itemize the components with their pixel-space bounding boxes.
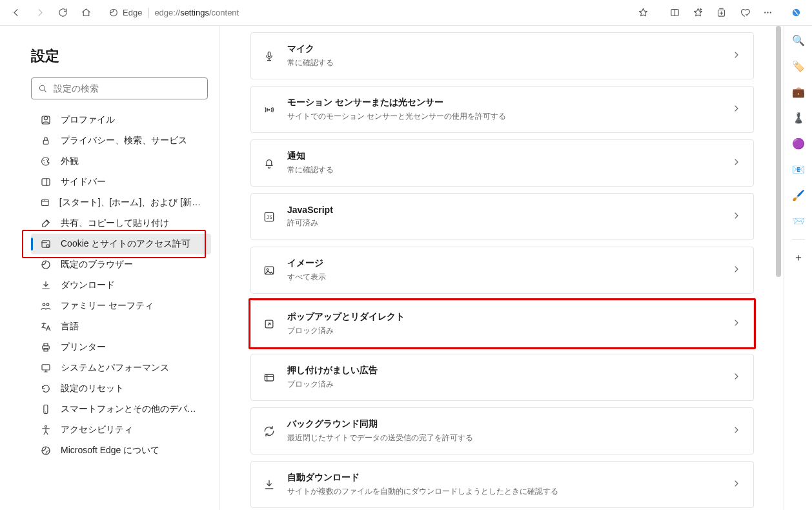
permission-title: JavaScript	[287, 205, 720, 215]
svg-rect-36	[265, 374, 273, 381]
more-button[interactable]	[756, 3, 778, 23]
printers-icon	[40, 342, 52, 353]
address-bar[interactable]: Edge edge://settings/content	[102, 3, 658, 23]
nav-label: 設定のリセット	[61, 383, 124, 394]
permission-desc: サイトでのモーション センサーと光センサーの使用を許可する	[287, 111, 720, 122]
svg-point-3	[764, 12, 766, 13]
sidebar-outlook-icon[interactable]: 📧	[789, 160, 807, 178]
permission-js[interactable]: JSJavaScript許可済み	[250, 193, 754, 240]
nav-item-printers[interactable]: プリンター	[31, 337, 211, 358]
favorites-button[interactable]	[687, 3, 709, 23]
svg-point-19	[43, 303, 45, 306]
nav-item-reset[interactable]: 設定のリセット	[31, 378, 211, 399]
sidebar-separator	[792, 239, 805, 240]
svg-rect-23	[44, 349, 48, 352]
permission-desc: 許可済み	[287, 218, 720, 229]
nav-item-privacy[interactable]: プライバシー、検索、サービス	[31, 130, 211, 151]
sidebar-search-icon[interactable]: 🔍	[789, 31, 807, 49]
svg-point-4	[767, 12, 768, 13]
sidebar-shopping-icon[interactable]: 🏷️	[789, 57, 807, 75]
nav-item-appearance[interactable]: 外観	[31, 151, 211, 172]
home-button[interactable]	[75, 3, 97, 23]
accessibility-icon	[40, 424, 52, 436]
permission-mic[interactable]: マイク常に確認する	[250, 32, 754, 79]
sync-icon	[263, 425, 276, 438]
chevron-right-icon	[731, 103, 742, 116]
permission-sensor[interactable]: モーション センサーまたは光センサーサイトでのモーション センサーと光センサーの…	[250, 86, 754, 133]
settings-search-input[interactable]	[31, 77, 208, 99]
bell-icon	[263, 157, 276, 170]
sidebar-tools-icon[interactable]: 💼	[789, 83, 807, 101]
nav-label: サイドバー	[61, 176, 106, 188]
svg-rect-10	[43, 140, 48, 144]
browser-essentials-button[interactable]	[733, 3, 755, 23]
svg-point-26	[45, 412, 46, 413]
popup-icon	[263, 318, 276, 331]
sidebar-m365-icon[interactable]: 🟣	[789, 134, 807, 152]
nav-item-about[interactable]: Microsoft Edge について	[31, 440, 211, 461]
nav-label: プリンター	[61, 342, 106, 353]
settings-page: 設定 プロファイルプライバシー、検索、サービス外観サイドバー[スタート]、[ホー…	[0, 26, 784, 510]
svg-point-7	[39, 85, 45, 90]
svg-point-5	[769, 12, 771, 13]
image-icon	[263, 264, 276, 277]
svg-rect-24	[42, 365, 50, 370]
nav-item-phone[interactable]: スマートフォンとその他のデバイス	[31, 399, 211, 420]
chevron-right-icon	[731, 371, 742, 383]
site-identity: Edge	[108, 8, 149, 18]
cookies-icon	[40, 238, 52, 250]
sidebar-drop-icon[interactable]: 📨	[789, 212, 807, 230]
settings-sidebar: 設定 プロファイルプライバシー、検索、サービス外観サイドバー[スタート]、[ホー…	[0, 26, 219, 510]
nav-item-accessibility[interactable]: アクセシビリティ	[31, 420, 211, 440]
chevron-right-icon	[731, 157, 742, 169]
edge-label: Edge	[123, 8, 142, 17]
phone-icon	[40, 403, 52, 415]
permission-title: イメージ	[287, 258, 720, 269]
permission-image[interactable]: イメージすべて表示	[250, 247, 754, 294]
profile-icon	[40, 114, 52, 126]
nav-label: 共有、コピーして貼り付け	[61, 218, 169, 229]
collections-button[interactable]	[710, 3, 732, 23]
permission-download[interactable]: 自動ダウンロードサイトが複数のファイルを自動的にダウンロードしようとしたときに確…	[250, 461, 754, 508]
nav-item-languages[interactable]: 言語	[31, 316, 211, 337]
svg-point-20	[46, 303, 49, 306]
languages-icon	[40, 321, 52, 332]
permission-title: 押し付けがましい広告	[287, 365, 720, 376]
nav-label: ファミリー セーフティ	[61, 300, 154, 312]
permission-ads[interactable]: 押し付けがましい広告ブロック済み	[250, 354, 754, 401]
nav-item-system[interactable]: システムとパフォーマンス	[31, 358, 211, 378]
chevron-right-icon	[731, 50, 742, 62]
sidebar-designer-icon[interactable]: 🖌️	[789, 186, 807, 204]
download-icon	[263, 478, 276, 491]
copilot-button[interactable]	[785, 3, 807, 23]
appearance-icon	[40, 156, 52, 167]
permission-popup[interactable]: ポップアップとリダイレクトブロック済み	[250, 300, 754, 347]
refresh-button[interactable]	[52, 3, 74, 23]
permission-bell[interactable]: 通知常に確認する	[250, 139, 754, 187]
nav-item-share[interactable]: 共有、コピーして貼り付け	[31, 213, 211, 234]
nav-item-family[interactable]: ファミリー セーフティ	[31, 296, 211, 316]
sidebar-games-icon[interactable]: ♟️	[789, 108, 807, 127]
share-icon	[40, 218, 52, 229]
nav-item-startup[interactable]: [スタート]、[ホーム]、および [新規] タブ	[31, 192, 211, 213]
edge-sidebar: 🔍 🏷️ 💼 ♟️ 🟣 📧 🖌️ 📨 ＋	[784, 26, 812, 510]
settings-nav: プロファイルプライバシー、検索、サービス外観サイドバー[スタート]、[ホーム]、…	[31, 110, 211, 461]
ads-icon	[263, 371, 276, 384]
privacy-icon	[40, 135, 52, 147]
nav-label: プライバシー、検索、サービス	[61, 135, 187, 147]
nav-item-profile[interactable]: プロファイル	[31, 110, 211, 130]
nav-item-cookies[interactable]: Cookie とサイトのアクセス許可	[31, 234, 211, 254]
about-icon	[40, 445, 52, 456]
nav-label: Cookie とサイトのアクセス許可	[61, 238, 190, 250]
favorite-button[interactable]	[634, 4, 652, 22]
svg-point-13	[46, 159, 47, 160]
split-screen-button[interactable]	[664, 3, 685, 23]
nav-item-default-browser[interactable]: 既定のブラウザー	[31, 254, 211, 275]
permission-desc: サイトが複数のファイルを自動的にダウンロードしようとしたときに確認する	[287, 486, 720, 497]
permission-sync[interactable]: バックグラウンド同期最近閉じたサイトでデータの送受信の完了を許可する	[250, 407, 754, 454]
page-scrollbar[interactable]	[775, 26, 782, 509]
nav-item-sidebar[interactable]: サイドバー	[31, 172, 211, 192]
sidebar-add-icon[interactable]: ＋	[789, 249, 807, 267]
nav-item-downloads[interactable]: ダウンロード	[31, 275, 211, 296]
back-button[interactable]	[5, 3, 27, 23]
